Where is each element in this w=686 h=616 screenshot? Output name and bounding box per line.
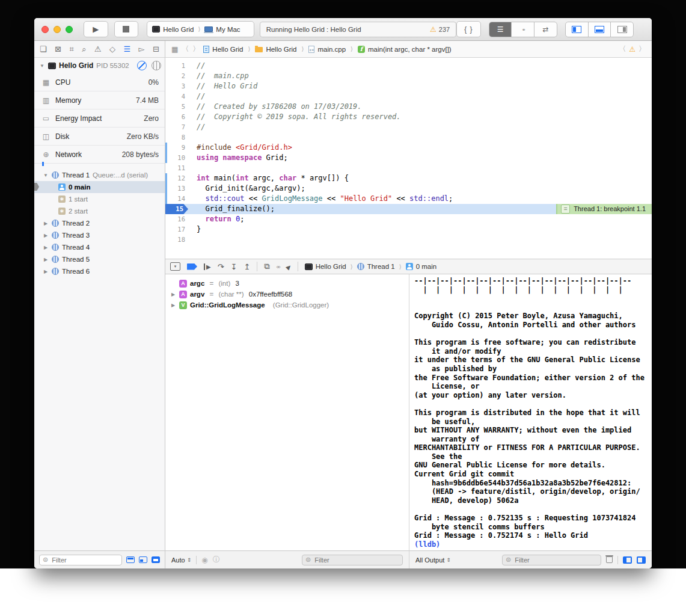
jumpbar-crumb-1[interactable]: Hello Grid bbox=[203, 46, 243, 53]
disclosure-open-icon[interactable]: ▼ bbox=[39, 63, 45, 69]
tab-report-navigator[interactable]: ⊟ bbox=[153, 45, 159, 54]
code-line[interactable]: 7// bbox=[165, 122, 652, 132]
console-output-popup[interactable]: All Output ⇕ bbox=[415, 556, 451, 564]
close-window-button[interactable] bbox=[41, 26, 49, 33]
gauge-disk[interactable]: ◫DiskZero KB/s bbox=[34, 127, 165, 145]
thread-row[interactable]: ▼Thread 1Queue:...d (serial) bbox=[34, 169, 165, 181]
stack-frame-row[interactable]: 1 start bbox=[34, 193, 165, 205]
previous-issue-button[interactable]: 〈 bbox=[619, 44, 626, 54]
code-line[interactable]: 14 std::cout << GridLogMessage << "Hello… bbox=[165, 194, 652, 204]
code-line[interactable]: 15 Grid_finalize();=Thread 1: breakpoint… bbox=[165, 204, 652, 214]
variable-row[interactable]: ▶Aargv = (char **) 0x7ffeefbff568 bbox=[165, 289, 409, 300]
hide-debug-area-button[interactable]: ▾ bbox=[170, 262, 180, 271]
thread-row[interactable]: ▶Thread 2 bbox=[34, 217, 165, 229]
warning-count-badge[interactable]: ⚠ 237 bbox=[430, 25, 450, 34]
variable-row[interactable]: Aargc = (int) 3 bbox=[165, 278, 409, 289]
navigator-filter-field[interactable]: ⊜ bbox=[39, 555, 122, 565]
standard-editor-button[interactable]: ☰ bbox=[489, 22, 512, 37]
console-filter-field[interactable]: ⊜ bbox=[502, 555, 601, 565]
show-variables-view-button[interactable] bbox=[623, 556, 632, 564]
code-line[interactable]: 9#include <Grid/Grid.h> bbox=[165, 143, 652, 153]
disclosure-closed-icon[interactable]: ▶ bbox=[43, 257, 49, 262]
version-editor-button[interactable]: ⇄ bbox=[534, 22, 557, 37]
disclosure-closed-icon[interactable]: ▶ bbox=[170, 303, 176, 308]
gauge-cpu[interactable]: ▦CPU0% bbox=[34, 73, 165, 91]
next-issue-button[interactable]: 〉 bbox=[639, 44, 646, 54]
disclosure-closed-icon[interactable]: ▶ bbox=[43, 269, 49, 274]
disclosure-closed-icon[interactable]: ▶ bbox=[43, 245, 49, 250]
step-over-button[interactable]: ↷ bbox=[218, 262, 224, 271]
go-forward-button[interactable]: 〉 bbox=[192, 44, 200, 54]
scheme-selector[interactable]: Hello Grid ⟩ My Mac bbox=[147, 21, 254, 37]
related-items-icon[interactable]: ▦ bbox=[171, 45, 178, 54]
disclosure-closed-icon[interactable]: ▶ bbox=[170, 292, 176, 297]
code-line[interactable]: 11 bbox=[165, 163, 652, 173]
toggle-debug-area-button[interactable] bbox=[589, 22, 611, 37]
code-line[interactable]: 8 bbox=[165, 132, 652, 143]
info-icon[interactable]: ⓘ bbox=[213, 555, 220, 565]
gauge-network[interactable]: ⊕Network208 bytes/s bbox=[34, 145, 165, 163]
variables-scope-popup[interactable]: Auto ⇕ bbox=[171, 556, 191, 564]
gauge-energy[interactable]: ▭Energy ImpactZero bbox=[34, 109, 165, 127]
code-line[interactable]: 3// Hello Grid bbox=[165, 81, 652, 91]
minimize-window-button[interactable] bbox=[54, 26, 61, 33]
navigator-filter-input[interactable] bbox=[51, 556, 118, 564]
disclosure-closed-icon[interactable]: ▶ bbox=[43, 233, 49, 238]
code-line[interactable]: 5// Created by s1786208 on 17/03/2019. bbox=[165, 102, 652, 112]
code-line[interactable]: 6// Copyright © 2019 sopa. All rights re… bbox=[165, 112, 652, 122]
process-row[interactable]: ▼ Hello Grid PID 55302 bbox=[34, 58, 165, 73]
activity-viewer[interactable]: Running Hello Grid : Hello Grid ⚠ 237 bbox=[260, 22, 456, 37]
code-line[interactable]: 4// bbox=[165, 91, 652, 102]
step-into-button[interactable]: ↧ bbox=[231, 262, 237, 271]
code-line[interactable]: 10using namespace Grid; bbox=[165, 153, 652, 163]
variable-row[interactable]: ▶VGrid::GridLogMessage (Grid::GridLogger… bbox=[165, 300, 409, 310]
thread-row[interactable]: ▶Thread 3 bbox=[34, 229, 165, 241]
view-process-by-queue-button[interactable] bbox=[139, 556, 147, 563]
jumpbar-crumb-3[interactable]: main.cpp bbox=[308, 46, 346, 53]
code-line[interactable]: 2// main.cpp bbox=[165, 71, 652, 81]
disclosure-closed-icon[interactable]: ▶ bbox=[43, 221, 49, 226]
show-running-items-button[interactable] bbox=[152, 556, 160, 563]
tab-issue-navigator[interactable]: ⚠ bbox=[94, 45, 102, 54]
clear-console-button[interactable] bbox=[606, 556, 613, 563]
memory-report-toggle[interactable] bbox=[152, 61, 161, 70]
jumpbar-crumb-4[interactable]: main(int argc, char * argv[]) bbox=[358, 46, 452, 53]
gauge-memory[interactable]: ▥Memory7.4 MB bbox=[34, 91, 165, 109]
go-back-button[interactable]: 〈 bbox=[182, 44, 189, 54]
thread-row[interactable]: ▶Thread 5 bbox=[34, 253, 165, 265]
breakpoint-badge[interactable]: 15 bbox=[165, 204, 188, 214]
debugbar-crumb-1[interactable]: Hello Grid bbox=[305, 263, 346, 270]
tab-find-navigator[interactable]: ⌕ bbox=[82, 45, 86, 54]
stack-frame-row[interactable]: 2 start bbox=[34, 205, 165, 217]
tab-breakpoint-navigator[interactable]: ▻ bbox=[139, 45, 145, 54]
tab-symbol-navigator[interactable]: ⌗ bbox=[69, 45, 73, 54]
tab-project-navigator[interactable]: ❏ bbox=[40, 45, 47, 54]
assistant-editor-button[interactable]: ◦◦ bbox=[512, 22, 534, 37]
tab-source-control-navigator[interactable]: ⊠ bbox=[55, 45, 61, 54]
debugbar-crumb-2[interactable]: Thread 1 bbox=[357, 263, 395, 270]
stack-frame-row[interactable]: 0 main bbox=[34, 181, 165, 193]
continue-button[interactable]: ▶ bbox=[204, 263, 211, 270]
show-console-button[interactable] bbox=[637, 556, 646, 564]
debug-view-hierarchy-button[interactable]: ⧉ bbox=[264, 262, 269, 271]
debug-gauges-toggle[interactable] bbox=[137, 61, 147, 70]
quick-look-icon[interactable]: ◉ bbox=[201, 556, 207, 564]
thread-row[interactable]: ▶Thread 4 bbox=[34, 241, 165, 253]
code-line[interactable]: 1// bbox=[165, 61, 652, 71]
code-line[interactable]: 13 Grid_init(&argc,&argv); bbox=[165, 183, 652, 194]
jumpbar-crumb-2[interactable]: Hello Grid bbox=[255, 46, 296, 53]
debugbar-crumb-3[interactable]: 0 main bbox=[406, 263, 437, 270]
source-editor[interactable]: 1//2// main.cpp3// Hello Grid4//5// Crea… bbox=[165, 58, 652, 259]
simulate-location-button[interactable]: ▶ bbox=[284, 262, 292, 270]
breakpoint-annotation[interactable]: =Thread 1: breakpoint 1.1 bbox=[556, 204, 652, 214]
code-line[interactable]: 18 bbox=[165, 235, 652, 245]
variables-filter-field[interactable]: ⊜ bbox=[302, 555, 403, 565]
tab-test-navigator[interactable]: ◇ bbox=[109, 45, 115, 54]
variables-filter-input[interactable] bbox=[313, 556, 399, 564]
library-button[interactable]: { } bbox=[456, 21, 481, 37]
breakpoints-toggle-button[interactable] bbox=[187, 263, 197, 270]
run-button[interactable]: ▶ bbox=[84, 21, 108, 37]
stop-button[interactable] bbox=[114, 21, 139, 37]
toggle-inspector-button[interactable] bbox=[611, 22, 633, 37]
toggle-navigator-button[interactable] bbox=[566, 22, 589, 37]
